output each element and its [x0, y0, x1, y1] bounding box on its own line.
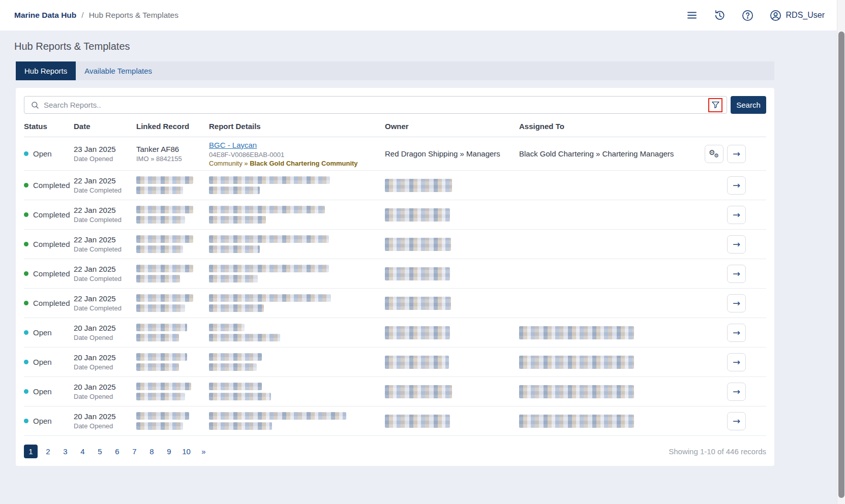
redacted-content	[136, 393, 185, 400]
owner-cell	[385, 208, 519, 222]
redacted-content	[385, 267, 450, 280]
redacted-content	[209, 393, 271, 400]
status-dot	[24, 360, 28, 364]
pagination-page-4[interactable]: 4	[76, 445, 89, 458]
search-button[interactable]: Search	[731, 96, 766, 114]
status-label: Open	[33, 417, 52, 425]
column-header-status: Status	[24, 122, 74, 131]
owner-cell	[385, 326, 519, 339]
help-icon[interactable]	[741, 9, 754, 22]
open-report-button[interactable]: →	[727, 353, 746, 371]
arrow-right-icon: →	[733, 298, 740, 308]
redacted-content	[136, 353, 187, 361]
redacted-content	[209, 353, 262, 361]
redacted-content	[209, 265, 329, 272]
breadcrumb-root-link[interactable]: Marine Data Hub	[14, 11, 76, 20]
redacted-content	[209, 334, 280, 341]
date-type-label: Date Completed	[74, 216, 136, 224]
search-input[interactable]	[44, 101, 708, 109]
top-bar: Marine Data Hub / Hub Reports & Template…	[0, 0, 837, 30]
redacted-content	[209, 304, 264, 312]
date-type-label: Date Opened	[74, 334, 136, 341]
tab-available-templates[interactable]: Available Templates	[76, 61, 161, 80]
date-value: 20 Jan 2025	[74, 412, 136, 421]
open-report-button[interactable]: →	[727, 265, 746, 283]
user-menu[interactable]: RDS_User	[769, 9, 825, 22]
redacted-content	[209, 216, 266, 224]
history-icon[interactable]	[713, 9, 726, 22]
redacted-content	[136, 383, 191, 390]
linked-record-cell: Tanker AF86IMO » 8842155	[136, 145, 209, 163]
status-label: Open	[33, 149, 52, 158]
redacted-content	[136, 304, 185, 312]
row-actions: →	[697, 412, 766, 430]
username-label: RDS_User	[786, 11, 825, 20]
open-report-button[interactable]: →	[727, 383, 746, 401]
card-footer: 12345678910» Showing 1-10 of 446 records	[24, 436, 766, 458]
report-details-cell	[209, 176, 385, 194]
linked-record-cell	[136, 176, 209, 194]
date-value: 20 Jan 2025	[74, 324, 136, 332]
open-report-button[interactable]: →	[727, 294, 746, 312]
pagination-page-5[interactable]: 5	[93, 445, 107, 458]
scrollbar-thumb[interactable]	[838, 32, 844, 498]
column-header-owner: Owner	[385, 122, 519, 131]
status-cell: Completed	[24, 210, 74, 219]
date-cell: 20 Jan 2025Date Opened	[74, 383, 136, 400]
arrow-right-icon: →	[733, 357, 740, 367]
status-cell: Open	[24, 149, 74, 158]
redacted-content	[385, 297, 451, 310]
table-row: Completed22 Jan 2025Date Completed→	[24, 259, 766, 289]
pagination-page-9[interactable]: 9	[162, 445, 176, 458]
pagination-page-7[interactable]: 7	[128, 445, 141, 458]
pagination-page-3[interactable]: 3	[58, 445, 72, 458]
owner-cell	[385, 385, 519, 398]
status-label: Completed	[33, 181, 70, 190]
open-report-button[interactable]: →	[727, 145, 746, 163]
pagination-page-1[interactable]: 1	[24, 445, 38, 458]
redacted-content	[136, 206, 193, 213]
settings-button[interactable]: ⚙⚙	[705, 145, 723, 163]
date-cell: 20 Jan 2025Date Opened	[74, 412, 136, 430]
redacted-content	[209, 245, 260, 253]
open-report-button[interactable]: →	[727, 176, 746, 195]
open-report-button[interactable]: →	[727, 206, 746, 224]
assigned-to-cell: Black Gold Chartering » Chartering Manag…	[519, 149, 697, 158]
breadcrumb-separator: /	[81, 11, 83, 20]
redacted-content	[519, 385, 634, 398]
linked-record-cell	[136, 206, 209, 224]
breadcrumb: Marine Data Hub / Hub Reports & Template…	[14, 11, 178, 20]
owner-cell: Red Dragon Shipping » Managers	[385, 149, 519, 158]
row-actions: →	[697, 353, 766, 371]
arrow-right-icon: →	[733, 239, 740, 249]
table-row: Completed22 Jan 2025Date Completed→	[24, 289, 766, 318]
pagination-page-2[interactable]: 2	[41, 445, 55, 458]
pagination-page-8[interactable]: 8	[145, 445, 159, 458]
open-report-button[interactable]: →	[727, 412, 746, 430]
status-label: Completed	[33, 210, 70, 219]
open-report-button[interactable]: →	[727, 235, 746, 254]
redacted-content	[385, 326, 450, 339]
report-details-cell	[209, 265, 385, 282]
redacted-content	[136, 216, 185, 224]
redacted-content	[209, 412, 346, 420]
filter-icon[interactable]	[711, 100, 720, 110]
pagination-page-6[interactable]: 6	[110, 445, 124, 458]
row-actions: →	[697, 235, 766, 254]
redacted-content	[136, 186, 183, 194]
pagination-next[interactable]: »	[197, 445, 210, 458]
date-type-label: Date Completed	[74, 304, 136, 312]
status-dot	[24, 271, 28, 276]
open-report-button[interactable]: →	[727, 324, 746, 342]
menu-icon[interactable]	[686, 9, 698, 21]
date-value: 23 Jan 2025	[74, 145, 136, 153]
vertical-scrollbar[interactable]	[837, 0, 845, 504]
date-value: 22 Jan 2025	[74, 235, 136, 244]
table-row: Open20 Jan 2025Date Opened→	[24, 406, 766, 436]
status-label: Completed	[33, 240, 70, 248]
owner-cell	[385, 238, 519, 251]
tab-hub-reports[interactable]: Hub Reports	[16, 61, 76, 80]
pagination-page-10[interactable]: 10	[179, 445, 193, 458]
report-link[interactable]: BGC - Laycan	[209, 141, 257, 149]
redacted-content	[385, 415, 450, 428]
